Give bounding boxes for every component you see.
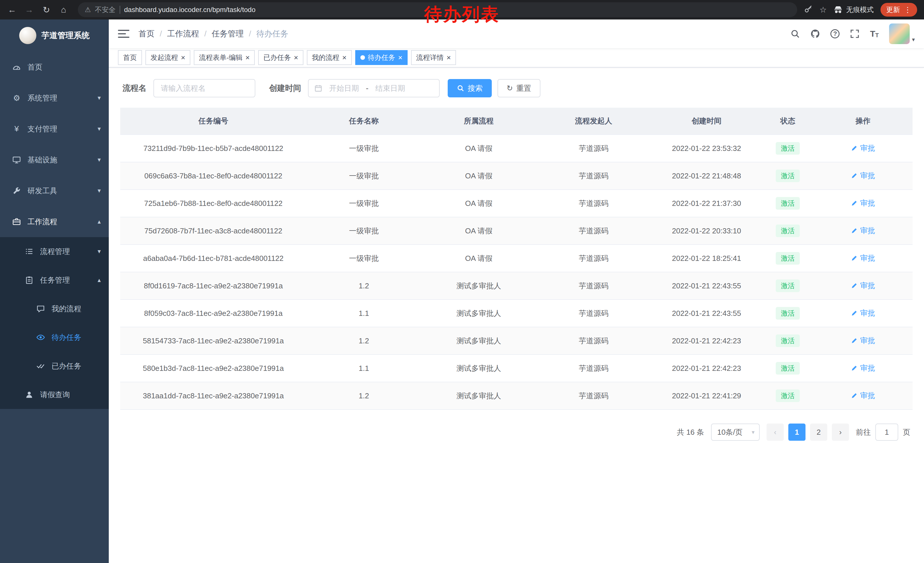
browser-back-button[interactable]: ← xyxy=(4,2,20,17)
caret-down-icon: ▾ xyxy=(752,429,754,435)
tab-home[interactable]: 首页 xyxy=(118,50,142,65)
approve-link[interactable]: 审批 xyxy=(851,171,875,181)
search-icon[interactable] xyxy=(790,29,800,39)
close-icon[interactable]: × xyxy=(181,54,185,61)
calendar-icon xyxy=(314,84,322,92)
approve-link[interactable]: 审批 xyxy=(851,308,875,318)
tab-my-process[interactable]: 我的流程 × xyxy=(307,50,352,65)
sidebar-item-todo-task[interactable]: 待办任务 xyxy=(0,323,109,352)
sidebar-item-my-process[interactable]: 我的流程 xyxy=(0,294,109,323)
sidebar-item-done-task[interactable]: 已办任务 xyxy=(0,352,109,380)
browser-menu-icon[interactable]: ⋮ xyxy=(904,6,911,14)
tab-done-task[interactable]: 已办任务 × xyxy=(258,50,303,65)
status-badge: 激活 xyxy=(776,335,800,347)
approve-link[interactable]: 审批 xyxy=(851,336,875,346)
sidebar-item-infrastructure[interactable]: 基础设施 ▾ xyxy=(0,144,109,175)
bookmark-star-icon[interactable]: ☆ xyxy=(819,5,826,15)
app-title: 芋道管理系统 xyxy=(42,30,90,41)
process-name-input[interactable] xyxy=(153,79,255,98)
browser-forward-button[interactable]: → xyxy=(22,2,37,17)
cell-process: 测试多审批人 xyxy=(422,300,536,327)
cell-task-id: 725a1eb6-7b88-11ec-8ef0-acde48001122 xyxy=(120,189,306,217)
search-button[interactable]: 搜索 xyxy=(448,79,492,98)
security-label[interactable]: 不安全 xyxy=(95,5,116,14)
cell-initiator: 芋道源码 xyxy=(536,327,651,354)
goto-label: 前往 xyxy=(856,427,871,437)
sidebar-item-label: 请假查询 xyxy=(40,390,70,400)
browser-home-button[interactable]: ⌂ xyxy=(56,2,71,17)
approve-link[interactable]: 审批 xyxy=(851,198,875,208)
user-menu[interactable]: ▾ xyxy=(889,24,915,44)
sidebar-item-workflow[interactable]: 工作流程 ▴ xyxy=(0,206,109,237)
cell-process: 测试多审批人 xyxy=(422,272,536,300)
page-button-1[interactable]: 1 xyxy=(788,423,806,441)
approve-link[interactable]: 审批 xyxy=(851,390,875,401)
tab-todo-task[interactable]: 待办任务 × xyxy=(355,50,408,65)
sidebar-item-system[interactable]: ⚙ 系统管理 ▾ xyxy=(0,83,109,113)
cell-task-id: 73211d9d-7b9b-11ec-b5b7-acde48001122 xyxy=(120,135,306,162)
pager: ‹ 1 2 › xyxy=(766,423,849,441)
filter-form: 流程名 创建时间 - 搜索 ↻ 重置 xyxy=(123,79,912,98)
prev-page-button[interactable]: ‹ xyxy=(766,423,784,441)
update-button[interactable]: 更新 ⋮ xyxy=(880,3,917,17)
font-size-icon[interactable]: TT xyxy=(870,30,879,38)
cell-task-name: 1.1 xyxy=(306,354,421,382)
edit-icon xyxy=(851,145,858,152)
sidebar-item-label: 研发工具 xyxy=(27,186,57,196)
cell-task-id: 069c6a63-7b8a-11ec-8ef0-acde48001122 xyxy=(120,162,306,189)
browser-refresh-button[interactable]: ↻ xyxy=(39,2,54,17)
page-size-select[interactable]: 10条/页 ▾ xyxy=(711,423,760,441)
start-date-input[interactable] xyxy=(326,84,362,93)
next-page-button[interactable]: › xyxy=(832,423,849,441)
status-badge: 激活 xyxy=(776,362,800,374)
chevron-up-icon: ▴ xyxy=(98,218,101,225)
github-icon[interactable] xyxy=(810,29,820,39)
cell-initiator: 芋道源码 xyxy=(536,135,651,162)
approve-link[interactable]: 审批 xyxy=(851,281,875,291)
close-icon[interactable]: × xyxy=(342,54,346,61)
sidebar-toggle-button[interactable] xyxy=(118,28,129,39)
sidebar-item-process-management[interactable]: 流程管理 ▾ xyxy=(0,237,109,266)
cell-task-name: 一级审批 xyxy=(306,217,421,245)
end-date-input[interactable] xyxy=(372,84,408,93)
app-logo-row[interactable]: 芋道管理系统 xyxy=(0,20,109,51)
close-icon[interactable]: × xyxy=(398,54,402,61)
cell-task-name: 一级审批 xyxy=(306,162,421,189)
cell-initiator: 芋道源码 xyxy=(536,382,651,410)
page-button-2[interactable]: 2 xyxy=(810,423,827,441)
tab-initiate-process[interactable]: 发起流程 × xyxy=(146,50,190,65)
cell-initiator: 芋道源码 xyxy=(536,272,651,300)
close-icon[interactable]: × xyxy=(245,54,250,61)
approve-link[interactable]: 审批 xyxy=(851,226,875,236)
key-icon[interactable] xyxy=(804,5,813,15)
sidebar-item-label: 流程管理 xyxy=(40,246,70,257)
breadcrumb-separator: / xyxy=(160,29,162,38)
breadcrumb-item-task-management[interactable]: 任务管理 xyxy=(212,29,244,39)
approve-link[interactable]: 审批 xyxy=(851,253,875,263)
breadcrumb-item-home[interactable]: 首页 xyxy=(138,29,154,39)
sidebar-item-payment[interactable]: ¥ 支付管理 ▾ xyxy=(0,113,109,144)
close-icon[interactable]: × xyxy=(447,54,451,61)
approve-link[interactable]: 审批 xyxy=(851,143,875,153)
reset-button[interactable]: ↻ 重置 xyxy=(498,79,540,98)
close-icon[interactable]: × xyxy=(294,54,298,61)
fullscreen-icon[interactable] xyxy=(850,29,860,39)
app-logo xyxy=(19,27,36,44)
cell-initiator: 芋道源码 xyxy=(536,354,651,382)
tab-process-detail[interactable]: 流程详情 × xyxy=(411,50,456,65)
sidebar-item-leave-query[interactable]: 请假查询 xyxy=(0,380,109,409)
cell-create-time: 2022-01-22 18:25:41 xyxy=(651,245,762,272)
sidebar-item-devtools[interactable]: 研发工具 ▾ xyxy=(0,175,109,206)
url-text[interactable]: dashboard.yudao.iocoder.cn/bpm/task/todo xyxy=(124,6,256,14)
breadcrumb-item-workflow[interactable]: 工作流程 xyxy=(167,29,199,39)
sidebar-item-home[interactable]: 首页 xyxy=(0,51,109,83)
cell-task-id: 580e1b3d-7ac8-11ec-a9e2-a2380e71991a xyxy=(120,354,306,382)
goto-input[interactable] xyxy=(875,423,898,441)
tab-process-form-edit[interactable]: 流程表单-编辑 × xyxy=(194,50,255,65)
help-icon[interactable]: ? xyxy=(830,29,840,38)
sidebar-item-task-management[interactable]: 任务管理 ▴ xyxy=(0,266,109,294)
avatar[interactable] xyxy=(889,24,910,44)
approve-link[interactable]: 审批 xyxy=(851,363,875,373)
cell-task-id: 8f0d1619-7ac8-11ec-a9e2-a2380e71991a xyxy=(120,272,306,300)
date-range-picker[interactable]: - xyxy=(308,79,440,98)
